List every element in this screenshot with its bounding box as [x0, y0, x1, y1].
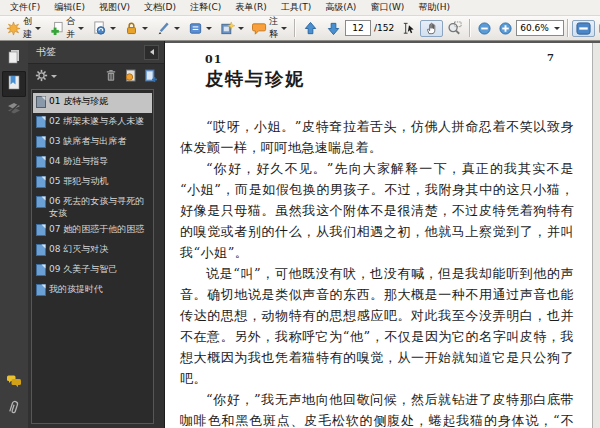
chevron-down-icon: [78, 27, 84, 30]
sign-button[interactable]: [152, 20, 184, 37]
menu-window[interactable]: 窗口(W): [363, 0, 411, 15]
edit-text-button[interactable]: [184, 20, 216, 37]
main-area: 书签 01 皮特与珍妮: [0, 41, 600, 428]
chevron-down-icon: [142, 27, 148, 30]
navigation-panel-strip: [0, 41, 28, 428]
menu-help[interactable]: 帮助(H): [411, 0, 457, 15]
menu-document[interactable]: 文档(D): [137, 0, 183, 15]
page-number: 7: [547, 52, 554, 63]
bookmark-label: 03 缺席者与出席者: [49, 135, 126, 147]
text-edit-icon: [188, 21, 203, 36]
previous-page-button[interactable]: [299, 20, 322, 37]
add-bookmark-button[interactable]: [144, 67, 157, 86]
bookmarks-toolbar: [28, 64, 164, 88]
pages-panel-button[interactable]: [2, 45, 26, 71]
collapse-arrow-icon: [150, 49, 154, 55]
protect-button[interactable]: [120, 20, 152, 37]
menu-edit[interactable]: 编辑(E): [47, 0, 92, 15]
chevron-down-icon: [51, 75, 57, 78]
menu-tools[interactable]: 工具(T): [274, 0, 319, 15]
bookmark-page-icon: [36, 224, 46, 239]
bookmark-item-03[interactable]: 03 缺席者与出席者: [33, 133, 152, 153]
next-page-button[interactable]: [322, 20, 345, 37]
bookmark-item-07[interactable]: 07 她的困惑于他的困惑: [33, 221, 152, 241]
chevron-down-icon: [238, 27, 244, 30]
combine-files-label: 合并: [66, 15, 75, 41]
bookmark-page-icon: [36, 116, 46, 131]
attachments-panel-button[interactable]: [2, 396, 26, 422]
marquee-zoom-icon: [447, 21, 462, 36]
menu-comment[interactable]: 注释(C): [183, 0, 228, 15]
delete-bookmark-button[interactable]: [105, 67, 117, 86]
menu-bar: 文件(F) 编辑(E) 视图(V) 文档(D) 注释(C) 表单(R) 工具(T…: [0, 0, 600, 16]
page-number-input[interactable]: [345, 20, 371, 36]
chevron-down-icon: [35, 27, 41, 30]
collapse-panel-button[interactable]: [144, 45, 159, 60]
bookmark-list: 01 皮特与珍妮 02 绑架未遂与杀人未遂 03 缺席者与出席者 04 胁迫与指…: [31, 89, 154, 424]
bookmark-icon: [6, 74, 22, 95]
bookmark-page-icon: [36, 196, 46, 211]
paragraph-2: “你好，好久不见。”先向大家解释一下，真正的我其实不是“小姐”，而是如假包换的男…: [180, 158, 574, 263]
bookmark-options-button[interactable]: [35, 67, 57, 86]
chevron-down-icon: [110, 27, 116, 30]
chapter-title: 皮特与珍妮: [205, 67, 592, 91]
bookmark-label: 08 幻灭与对决: [49, 243, 108, 255]
pages-icon: [6, 48, 22, 69]
bookmark-item-05[interactable]: 05 罪犯与动机: [33, 173, 152, 193]
bookmark-item-08[interactable]: 08 幻灭与对决: [33, 241, 152, 261]
toolbar-separator: [567, 19, 569, 37]
export-button[interactable]: [216, 20, 248, 37]
bookmarks-panel-header: 书签: [28, 41, 164, 64]
bookmark-label: 06 死去的女孩与寻死的女孩: [49, 195, 150, 219]
chevron-down-icon: [554, 27, 560, 30]
menu-view[interactable]: 视图(V): [92, 0, 137, 15]
layers-panel-button[interactable]: [2, 97, 26, 123]
comment-button[interactable]: 注释: [248, 20, 291, 37]
starburst-create-icon: [6, 21, 21, 36]
bookmark-item-02[interactable]: 02 绑架未遂与杀人未遂: [33, 113, 152, 133]
combine-files-button[interactable]: 合并: [45, 20, 88, 37]
export-star-icon: [220, 21, 235, 36]
bookmarks-panel-button[interactable]: [2, 71, 26, 97]
hand-tool-button[interactable]: [420, 20, 443, 37]
select-tool-button[interactable]: [397, 20, 420, 37]
menu-file[interactable]: 文件(F): [3, 0, 47, 15]
document-area[interactable]: 01 皮特与珍妮 7 “哎呀，小姐。”皮特耷拉着舌头，仿佛人拼命忍着不笑以致身体…: [165, 41, 600, 428]
chevron-down-icon: [206, 27, 212, 30]
bookmark-label: 09 久美子与智己: [49, 263, 117, 275]
bookmark-item-10[interactable]: 我的孩提时代: [33, 281, 152, 301]
zoom-level-input[interactable]: 60.6%: [516, 20, 564, 36]
zoom-in-button[interactable]: [495, 20, 516, 37]
arrow-up-icon: [303, 21, 318, 36]
expand-current-bookmark-button[interactable]: [124, 67, 137, 86]
bookmark-page-icon: [36, 284, 46, 299]
create-pdf-button[interactable]: 创建: [2, 20, 45, 37]
page-total-label: /152: [374, 23, 394, 33]
bookmark-item-09[interactable]: 09 久美子与智己: [33, 261, 152, 281]
comments-icon: [6, 373, 22, 393]
gear-icon: [35, 67, 48, 86]
bookmark-label: 02 绑架未遂与杀人未遂: [49, 115, 144, 127]
bookmark-page-icon: [36, 96, 46, 111]
bookmark-label: 07 她的困惑于他的困惑: [49, 223, 144, 235]
menu-advanced[interactable]: 高级(A): [318, 0, 363, 15]
convert-button[interactable]: [88, 20, 120, 37]
comments-panel-button[interactable]: [2, 370, 26, 396]
body-text: “哎呀，小姐。”皮特耷拉着舌头，仿佛人拼命忍着不笑以致身体发颤一样，呵呵地急速喘…: [180, 116, 574, 428]
convert-icon: [92, 21, 107, 36]
fit-width-button[interactable]: [572, 20, 595, 37]
zoom-in-icon: [499, 22, 512, 35]
zoom-out-button[interactable]: [474, 20, 495, 37]
menu-forms[interactable]: 表单(R): [228, 0, 273, 15]
comment-label: 注释: [269, 15, 278, 41]
bookmark-label: 05 罪犯与动机: [49, 175, 108, 187]
pdf-reader-window: 文件(F) 编辑(E) 视图(V) 文档(D) 注释(C) 表单(R) 工具(T…: [0, 0, 600, 428]
bookmark-item-01[interactable]: 01 皮特与珍妮: [33, 93, 152, 113]
toolbar-separator: [294, 19, 296, 37]
bookmark-label: 04 胁迫与指导: [49, 155, 108, 167]
marquee-zoom-button[interactable]: [443, 20, 466, 37]
fit-page-button[interactable]: [595, 20, 600, 37]
bookmark-item-04[interactable]: 04 胁迫与指导: [33, 153, 152, 173]
paragraph-3: 说是“叫”，可他既没有吠，也没有喊，但是我却能听到他的声音。确切地说是类似声音的…: [180, 263, 574, 389]
bookmark-item-06[interactable]: 06 死去的女孩与寻死的女孩: [33, 193, 152, 221]
